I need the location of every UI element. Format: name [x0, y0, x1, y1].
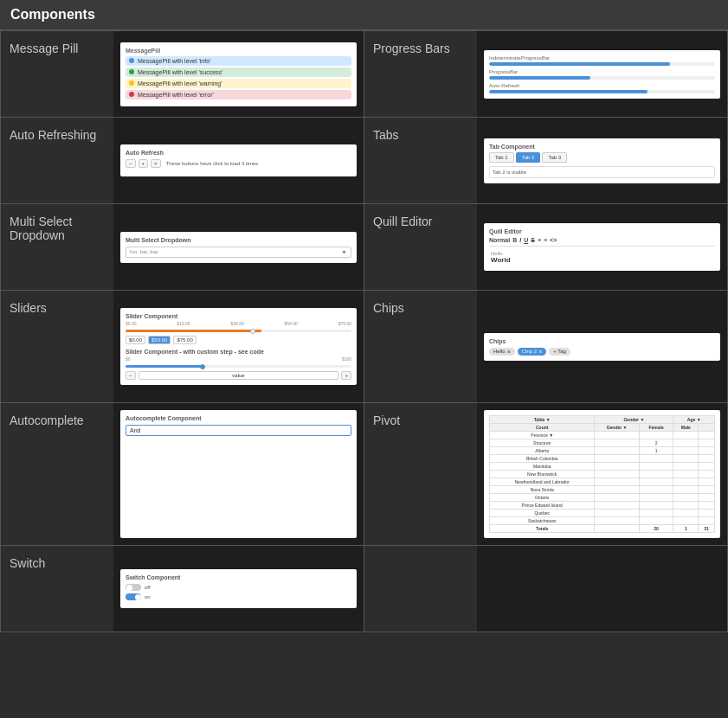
- cell-tabs: Tabs Tab Component Tab 1 Tab 2 Tab 3 Tab…: [364, 118, 728, 204]
- cell-multi-select: Multi Select Dropdown Multi Select Dropd…: [1, 204, 364, 291]
- cell-autocomplete: Autocomplete Autocomplete Component And: [1, 403, 364, 546]
- sliders-label: Sliders: [1, 291, 113, 402]
- cell-quill-editor: Quill Editor Quill Editor Normal B I U S…: [364, 204, 728, 291]
- empty-preview: [477, 546, 727, 631]
- quill-editor-label: Quill Editor: [364, 204, 477, 290]
- switch-on-row: on: [126, 593, 351, 600]
- cell-progress-bars: Progress Bars IndeterminateProgressBar P…: [364, 31, 728, 118]
- quill-list-2[interactable]: ≡: [544, 237, 547, 243]
- empty-label: [364, 546, 477, 631]
- tab-2[interactable]: Tab 2: [516, 152, 541, 163]
- quill-bold[interactable]: B: [512, 237, 517, 243]
- switch-label: Switch: [1, 546, 113, 631]
- quill-underline[interactable]: U: [524, 237, 528, 243]
- multi-select-label: Multi Select Dropdown: [1, 204, 113, 290]
- cell-switch: Switch Switch Component off on: [1, 546, 364, 632]
- tab-1[interactable]: Tab 1: [489, 152, 514, 163]
- auto-refresh-btn-close[interactable]: ×: [151, 159, 161, 168]
- auto-refresh-btn-plus[interactable]: +: [139, 159, 149, 168]
- chip-2-remove[interactable]: ×: [538, 349, 542, 355]
- chip-2: Chip 2 ×: [518, 348, 546, 356]
- cell-pivot: Pivot Table ▼ Gender ▼ Age ▼ Count Gende…: [364, 403, 728, 546]
- autocomplete-preview: Autocomplete Component And: [113, 403, 364, 545]
- tabs-preview: Tab Component Tab 1 Tab 2 Tab 3 Tab 2 is…: [477, 118, 727, 203]
- quill-editor-preview: Quill Editor Normal B I U S ≡ ≡ <> Hello…: [477, 204, 727, 290]
- cell-empty: [364, 546, 728, 632]
- multi-select-dropdown[interactable]: foo, bar, baz ▼: [126, 247, 351, 258]
- chips-preview: Chips Hello × Chip 2 × + Tag: [477, 291, 727, 402]
- quill-code[interactable]: <>: [550, 237, 557, 243]
- quill-normal[interactable]: Normal: [489, 237, 510, 243]
- cell-chips: Chips Chips Hello × Chip 2 × + Tag: [364, 291, 728, 403]
- autocomplete-label: Autocomplete: [1, 403, 113, 545]
- chips-label: Chips: [364, 291, 477, 402]
- slider-minus[interactable]: −: [126, 371, 136, 380]
- cell-auto-refreshing: Auto Refreshing Auto Refresh − + × These…: [1, 118, 364, 204]
- auto-refreshing-label: Auto Refreshing: [1, 118, 113, 203]
- progress-bars-preview: IndeterminateProgressBar ProgressBar Aut…: [477, 31, 727, 117]
- page-title: Components: [10, 7, 718, 22]
- sliders-preview: Slider Component $0.00$18.00$36.00$54.00…: [113, 291, 364, 402]
- chip-tag: + Tag: [549, 348, 570, 356]
- multi-select-preview: Multi Select Dropdown foo, bar, baz ▼: [113, 204, 364, 290]
- switch-preview: Switch Component off on: [113, 546, 364, 631]
- auto-refreshing-preview: Auto Refresh − + × These buttons have cl…: [113, 118, 364, 203]
- components-grid: Message Pill MessagePill MessagePill wit…: [0, 30, 728, 632]
- chip-hello-remove[interactable]: ×: [507, 349, 511, 355]
- switch-on[interactable]: [126, 593, 141, 600]
- pivot-label: Pivot: [364, 403, 477, 545]
- page-header: Components: [0, 0, 728, 30]
- auto-refresh-btn-minus[interactable]: −: [126, 159, 136, 168]
- chip-hello: Hello ×: [489, 348, 515, 356]
- switch-off[interactable]: [126, 584, 141, 591]
- quill-list-1[interactable]: ≡: [538, 237, 541, 243]
- tab-3[interactable]: Tab 3: [542, 152, 567, 163]
- message-pill-preview: MessagePill MessagePill with level 'info…: [113, 31, 364, 117]
- switch-off-row: off: [126, 584, 351, 591]
- cell-message-pill: Message Pill MessagePill MessagePill wit…: [1, 31, 364, 118]
- pivot-preview: Table ▼ Gender ▼ Age ▼ Count Gender ▼ Fe…: [477, 403, 727, 545]
- slider-plus[interactable]: +: [341, 371, 351, 380]
- quill-strike[interactable]: S: [531, 237, 535, 243]
- progress-bars-label: Progress Bars: [364, 31, 477, 117]
- autocomplete-input[interactable]: And: [126, 425, 351, 436]
- tabs-label: Tabs: [364, 118, 477, 203]
- quill-italic[interactable]: I: [519, 237, 521, 243]
- cell-sliders: Sliders Slider Component $0.00$18.00$36.…: [1, 291, 364, 403]
- message-pill-label: Message Pill: [1, 31, 113, 117]
